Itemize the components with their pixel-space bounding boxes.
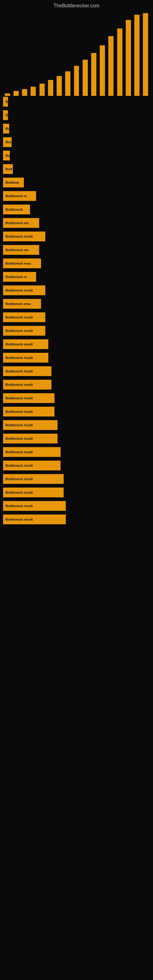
- result-label: Bottleneck result: [5, 517, 33, 521]
- list-item: B: [3, 109, 150, 121]
- bars-container: [0, 10, 153, 96]
- result-bar: B: [3, 97, 8, 107]
- list-item: Bottleneck result: [3, 419, 150, 431]
- chart-bar-11: [98, 10, 107, 96]
- result-bar: Bottleneck result: [3, 312, 45, 322]
- chart-bar-12: [107, 10, 115, 96]
- result-label: Bottleneck resu: [5, 302, 31, 305]
- result-bar: Bottlene: [3, 178, 24, 188]
- list-item: Bo: [3, 123, 150, 134]
- chart-bar-2: [20, 10, 29, 96]
- result-bar: Bot: [3, 137, 12, 147]
- list-item: Bottleneck re: [3, 190, 150, 202]
- chart-bar-0: [3, 10, 12, 96]
- result-label: Bottleneck re: [5, 275, 27, 279]
- result-label: Bottlene: [5, 181, 19, 185]
- result-bar: Bottleneck result: [3, 380, 51, 390]
- list-item: Bottleneck result: [3, 352, 150, 364]
- result-label: B: [5, 100, 8, 103]
- result-bar: Bottleneck result: [3, 488, 64, 497]
- list-item: Bottleneck res: [3, 244, 150, 256]
- result-label: Bottleneck result: [5, 437, 33, 441]
- bar-fill-2: [22, 89, 27, 96]
- result-bar: Bottleneck result: [3, 420, 57, 430]
- result-label: Bottleneck result: [5, 356, 33, 360]
- result-label: Bottleneck result: [5, 342, 33, 346]
- result-label: Bottleneck result: [5, 410, 33, 414]
- result-label: Bottleneck result: [5, 477, 33, 481]
- bar-fill-6: [57, 76, 62, 96]
- result-bar: Bottleneck resu: [3, 299, 41, 309]
- list-item: Bottleneck result: [3, 406, 150, 417]
- bar-fill-7: [65, 72, 70, 96]
- result-label: Bottleneck res: [5, 221, 29, 225]
- list-item: B: [3, 96, 150, 108]
- list-item: Bottleneck result: [3, 433, 150, 444]
- list-item: Bottleneck result: [3, 473, 150, 485]
- result-bar: Bottleneck result: [3, 285, 45, 295]
- result-label: B: [5, 113, 8, 117]
- result-label: Bottleneck re: [5, 194, 27, 198]
- result-label: Bottleneck result: [5, 396, 33, 400]
- result-label: Bottleneck result: [5, 235, 33, 238]
- result-bar: B: [3, 110, 8, 120]
- list-item: Bottleneck: [3, 204, 150, 215]
- list-item: Bottleneck result: [3, 325, 150, 337]
- list-item: Bo: [3, 150, 150, 161]
- bar-fill-15: [134, 15, 140, 96]
- result-label: Bottleneck result: [5, 329, 33, 332]
- list-item: Bottleneck result: [3, 500, 150, 512]
- result-label: Bottleneck resu: [5, 261, 31, 265]
- list-item: Bottleneck result: [3, 365, 150, 377]
- chart-bar-3: [29, 10, 38, 96]
- result-label: Bot: [5, 140, 11, 144]
- result-label: Bottleneck res: [5, 248, 29, 252]
- list-item: Bottleneck result: [3, 339, 150, 350]
- list-item: Bottlene: [3, 177, 150, 188]
- bar-fill-12: [108, 36, 113, 96]
- result-label: Bottleneck: [5, 208, 22, 211]
- list-item: Bottleneck result: [3, 487, 150, 498]
- result-label: Bottleneck result: [5, 288, 33, 292]
- result-bar: Bottleneck re: [3, 272, 36, 282]
- result-bar: Bottleneck result: [3, 501, 66, 511]
- result-bar: Bottleneck result: [3, 514, 66, 524]
- result-label: Bottleneck result: [5, 491, 33, 494]
- result-bar: Bottleneck: [3, 205, 30, 215]
- bar-fill-8: [74, 66, 79, 96]
- bar-fill-11: [100, 45, 105, 96]
- list-item: Bott: [3, 163, 150, 175]
- bar-fill-1: [13, 91, 19, 96]
- result-label: Bottleneck result: [5, 423, 33, 427]
- list-item: Bottleneck re: [3, 271, 150, 283]
- result-label: Bott: [5, 167, 12, 171]
- chart-bar-14: [124, 10, 132, 96]
- result-bar: Bottleneck resu: [3, 258, 41, 268]
- bar-fill-4: [40, 84, 45, 96]
- result-bar: Bottleneck result: [3, 339, 48, 349]
- bar-fill-13: [117, 29, 123, 96]
- result-bar: Bottleneck result: [3, 366, 51, 376]
- result-bar: Bottleneck result: [3, 474, 64, 484]
- chart-bar-7: [64, 10, 72, 96]
- result-bar: Bo: [3, 151, 10, 161]
- bar-fill-5: [48, 80, 53, 96]
- result-label: Bo: [5, 127, 10, 130]
- list-item: Bottleneck result: [3, 285, 150, 296]
- list-item: Bottleneck resu: [3, 258, 150, 269]
- result-label: Bo: [5, 154, 10, 158]
- result-bar: Bottleneck result: [3, 461, 61, 470]
- bar-fill-0: [5, 94, 10, 96]
- result-bar: Bottleneck result: [3, 353, 48, 363]
- result-label: Bottleneck result: [5, 369, 33, 373]
- result-bar: Bottleneck re: [3, 191, 36, 201]
- result-bar: Bott: [3, 164, 13, 174]
- result-label: Bottleneck result: [5, 464, 33, 467]
- result-label: Bottleneck result: [5, 504, 33, 508]
- bar-fill-16: [143, 13, 148, 96]
- list-item: Bottleneck result: [3, 379, 150, 390]
- chart-bar-8: [72, 10, 81, 96]
- bar-fill-14: [126, 20, 131, 96]
- result-bar: Bottleneck result: [3, 407, 54, 417]
- result-bar: Bottleneck result: [3, 434, 57, 444]
